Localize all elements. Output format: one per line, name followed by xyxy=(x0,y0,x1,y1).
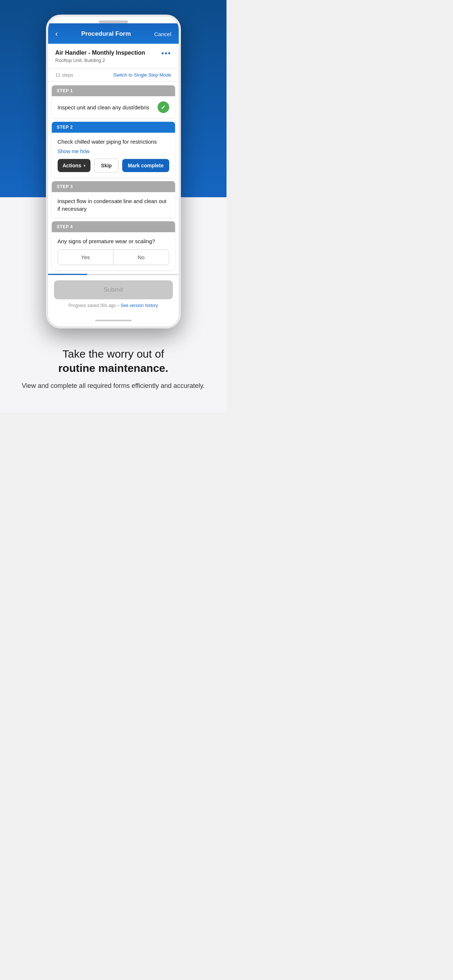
page-background: ‹ Procedural Form Cancel Air Handler - M… xyxy=(0,0,226,328)
yes-button[interactable]: Yes xyxy=(58,250,114,265)
title-card: Air Handler - Monthly Inspection Rooftop… xyxy=(48,44,179,68)
skip-button[interactable]: Skip xyxy=(94,159,119,172)
tagline-line2: routine maintenance. xyxy=(58,362,169,374)
phone-shell: ‹ Procedural Form Cancel Air Handler - M… xyxy=(46,14,181,328)
mark-complete-button[interactable]: Mark complete xyxy=(122,159,169,172)
steps-count: 11 steps xyxy=(56,72,73,78)
form-subtitle: Rooftop Unit, Building 2 xyxy=(56,57,145,63)
steps-header: 11 steps Switch to Single Step Mode xyxy=(48,68,179,82)
step-1-row: Inspect unit and clean any dust/debris xyxy=(57,101,169,113)
version-history-link[interactable]: See version history xyxy=(121,303,158,308)
step-4-text: Any signs of premature wear or scaling? xyxy=(57,237,169,245)
tagline-line1: Take the worry out of routine maintenanc… xyxy=(14,347,212,375)
actions-button[interactable]: Actions ▾ xyxy=(57,159,91,172)
form-title: Air Handler - Monthly Inspection xyxy=(56,49,145,56)
phone-notch xyxy=(99,21,128,23)
step-1-label: STEP 1 xyxy=(52,85,175,96)
step-2-action-row: Actions ▾ Skip Mark complete xyxy=(57,159,169,172)
progress-text: Progress saved 30s ago – See version his… xyxy=(54,303,173,312)
cancel-button[interactable]: Cancel xyxy=(154,31,171,37)
step-2-text: Check chilled water piping for restricti… xyxy=(57,138,169,145)
home-bar xyxy=(95,320,132,321)
show-me-how-link[interactable]: Show me how xyxy=(57,148,169,154)
single-step-mode-link[interactable]: Switch to Single Step Mode xyxy=(113,72,171,78)
step-3-text: Inspect flow in condensate line and clea… xyxy=(57,197,169,213)
step-1-complete-icon xyxy=(158,101,169,113)
tagline-subtitle: View and complete all required forms eff… xyxy=(14,381,212,391)
step-3-block: STEP 3 Inspect flow in condensate line a… xyxy=(52,181,175,218)
header-title: Procedural Form xyxy=(81,30,131,38)
step-3-body: Inspect flow in condensate line and clea… xyxy=(52,192,175,218)
step-2-label: STEP 2 xyxy=(52,122,175,133)
no-button[interactable]: No xyxy=(113,250,169,265)
submit-section: Submit Progress saved 30s ago – See vers… xyxy=(48,275,179,317)
phone-bottom xyxy=(48,317,179,326)
step-4-body: Any signs of premature wear or scaling? … xyxy=(52,232,175,270)
title-info: Air Handler - Monthly Inspection Rooftop… xyxy=(56,49,145,63)
back-button[interactable]: ‹ xyxy=(56,29,58,39)
submit-button[interactable]: Submit xyxy=(54,280,173,299)
step-1-body: Inspect unit and clean any dust/debris xyxy=(52,96,175,118)
yes-no-row: Yes No xyxy=(57,250,169,265)
step-1-block: STEP 1 Inspect unit and clean any dust/d… xyxy=(52,85,175,118)
step-3-label: STEP 3 xyxy=(52,181,175,192)
more-options-button[interactable]: ••• xyxy=(161,49,171,57)
step-1-text: Inspect unit and clean any dust/debris xyxy=(57,103,150,111)
chevron-down-icon: ▾ xyxy=(83,164,85,168)
step-4-block: STEP 4 Any signs of premature wear or sc… xyxy=(52,221,175,270)
step-4-label: STEP 4 xyxy=(52,221,175,232)
bottom-tagline-section: Take the worry out of routine maintenanc… xyxy=(0,328,226,413)
header-bar: ‹ Procedural Form Cancel xyxy=(48,23,179,44)
step-2-body: Check chilled water piping for restricti… xyxy=(52,133,175,178)
step-2-block: STEP 2 Check chilled water piping for re… xyxy=(52,122,175,178)
